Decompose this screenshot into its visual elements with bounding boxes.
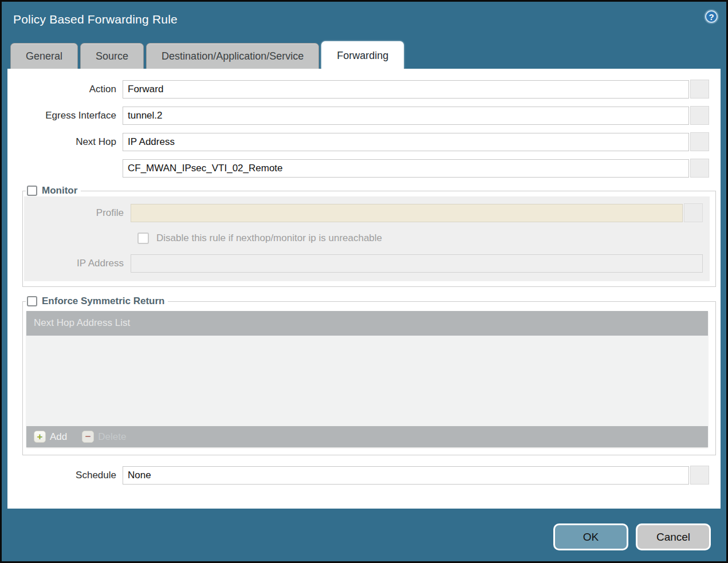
next-hop-address-list-body: [26, 336, 708, 426]
disable-rule-label: Disable this rule if nexthop/monitor ip …: [156, 233, 382, 244]
tab-forwarding[interactable]: Forwarding: [321, 41, 404, 69]
add-button[interactable]: + Add: [34, 431, 67, 443]
add-button-label: Add: [50, 431, 67, 443]
next-hop-type-input[interactable]: [123, 133, 689, 151]
help-icon[interactable]: ?: [705, 10, 718, 23]
next-hop-address-list-table: Next Hop Address List + Add − Delete: [26, 311, 708, 447]
next-hop-address-row: [7, 159, 721, 178]
schedule-row: Schedule: [7, 466, 721, 485]
egress-interface-dropdown-button[interactable]: [690, 106, 709, 125]
monitor-ip-address-label: IP Address: [24, 258, 131, 269]
next-hop-address-list-toolbar: + Add − Delete: [26, 426, 708, 447]
egress-interface-label: Egress Interface: [7, 110, 123, 121]
monitor-checkbox[interactable]: [27, 186, 37, 196]
action-label: Action: [7, 84, 123, 95]
dialog-footer: OK Cancel: [2, 509, 726, 550]
symmetric-return-legend-label: Enforce Symmetric Return: [42, 296, 164, 307]
plus-icon: +: [34, 431, 46, 443]
symmetric-return-fieldset: Enforce Symmetric Return Next Hop Addres…: [22, 296, 716, 455]
egress-interface-row: Egress Interface: [7, 106, 721, 125]
next-hop-label: Next Hop: [7, 136, 123, 148]
forwarding-tab-panel: Action Egress Interface Next Hop: [7, 69, 721, 509]
monitor-panel: Profile Disable this rule if nexthop/mon…: [24, 196, 710, 281]
disable-rule-row: Disable this rule if nexthop/monitor ip …: [137, 233, 710, 244]
schedule-dropdown-button[interactable]: [690, 466, 709, 485]
monitor-ip-address-row: IP Address: [24, 254, 703, 273]
schedule-label: Schedule: [7, 470, 123, 481]
action-input[interactable]: [123, 80, 689, 99]
profile-label: Profile: [24, 207, 131, 219]
egress-interface-input[interactable]: [123, 107, 689, 125]
symmetric-return-legend: Enforce Symmetric Return: [26, 296, 168, 307]
dialog-titlebar: Policy Based Forwarding Rule ?: [2, 2, 726, 38]
action-row: Action: [7, 80, 721, 99]
action-dropdown-button[interactable]: [690, 80, 709, 99]
delete-button: − Delete: [82, 431, 126, 443]
minus-icon: −: [82, 431, 94, 443]
monitor-legend-label: Monitor: [42, 185, 77, 196]
pbf-rule-dialog: Policy Based Forwarding Rule ? General S…: [0, 0, 728, 563]
cancel-button[interactable]: Cancel: [636, 523, 711, 550]
tab-bar: General Source Destination/Application/S…: [2, 38, 726, 69]
monitor-fieldset: Monitor Profile Disable this rule if nex…: [22, 185, 716, 287]
monitor-ip-address-input: [131, 254, 703, 273]
next-hop-address-list-header: Next Hop Address List: [26, 311, 708, 336]
monitor-legend: Monitor: [26, 185, 81, 196]
profile-row: Profile: [24, 203, 703, 222]
disable-rule-checkbox: [137, 233, 149, 244]
dialog-title: Policy Based Forwarding Rule: [13, 13, 178, 26]
tab-general[interactable]: General: [10, 43, 78, 69]
ok-button[interactable]: OK: [553, 523, 628, 550]
symmetric-return-checkbox[interactable]: [27, 296, 37, 306]
profile-input: [131, 204, 683, 222]
tab-source[interactable]: Source: [80, 43, 144, 69]
next-hop-type-dropdown-button[interactable]: [690, 132, 709, 151]
schedule-input[interactable]: [123, 466, 689, 485]
next-hop-address-input[interactable]: [123, 159, 689, 178]
next-hop-row: Next Hop: [7, 132, 721, 151]
delete-button-label: Delete: [98, 431, 126, 443]
profile-dropdown-button: [684, 203, 703, 222]
next-hop-address-dropdown-button[interactable]: [690, 159, 709, 178]
tab-destination-application-service[interactable]: Destination/Application/Service: [146, 43, 319, 69]
